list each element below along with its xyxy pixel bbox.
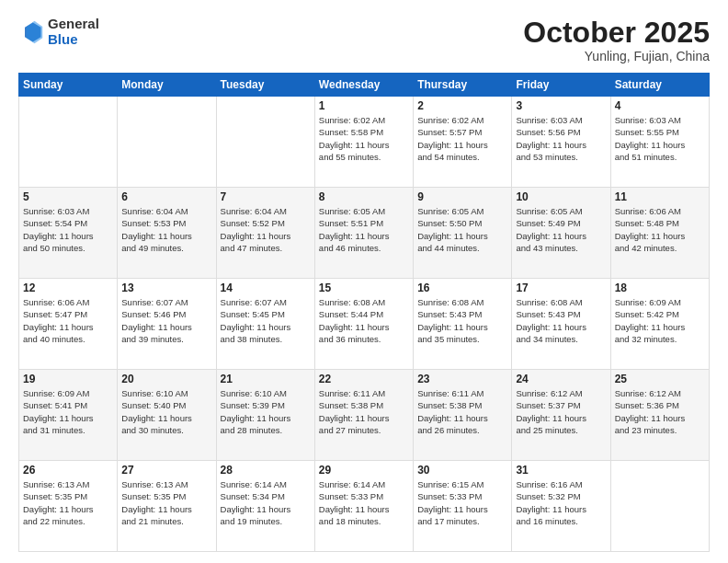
day-number: 16 (417, 282, 507, 294)
day-info: Sunrise: 6:10 AM Sunset: 5:39 PM Dayligh… (221, 387, 311, 436)
weekday-header-friday: Friday (512, 74, 610, 97)
day-number: 6 (121, 190, 211, 203)
day-number: 24 (516, 373, 606, 385)
day-cell: 5Sunrise: 6:03 AM Sunset: 5:54 PM Daylig… (19, 188, 118, 279)
day-number: 30 (417, 464, 507, 477)
day-info: Sunrise: 6:09 AM Sunset: 5:41 PM Dayligh… (23, 387, 113, 436)
day-info: Sunrise: 6:08 AM Sunset: 5:43 PM Dayligh… (516, 296, 606, 345)
logo-blue-text: Blue (48, 31, 78, 47)
day-number: 14 (221, 282, 311, 294)
day-cell: 11Sunrise: 6:06 AM Sunset: 5:48 PM Dayli… (610, 188, 709, 279)
weekday-header-tuesday: Tuesday (216, 74, 314, 97)
day-info: Sunrise: 6:04 AM Sunset: 5:53 PM Dayligh… (121, 205, 211, 254)
day-cell: 20Sunrise: 6:10 AM Sunset: 5:40 PM Dayli… (118, 370, 216, 461)
day-info: Sunrise: 6:11 AM Sunset: 5:38 PM Dayligh… (417, 387, 507, 436)
day-cell: 31Sunrise: 6:16 AM Sunset: 5:32 PM Dayli… (512, 461, 610, 552)
day-cell: 30Sunrise: 6:15 AM Sunset: 5:33 PM Dayli… (414, 461, 512, 552)
day-info: Sunrise: 6:08 AM Sunset: 5:44 PM Dayligh… (319, 296, 409, 345)
day-number: 21 (221, 373, 311, 385)
day-info: Sunrise: 6:03 AM Sunset: 5:54 PM Dayligh… (23, 205, 113, 254)
day-info: Sunrise: 6:09 AM Sunset: 5:42 PM Dayligh… (615, 296, 705, 345)
day-info: Sunrise: 6:05 AM Sunset: 5:51 PM Dayligh… (319, 205, 409, 254)
day-number: 31 (516, 464, 606, 477)
day-cell (216, 97, 314, 188)
day-cell: 7Sunrise: 6:04 AM Sunset: 5:52 PM Daylig… (216, 188, 314, 279)
day-cell: 9Sunrise: 6:05 AM Sunset: 5:50 PM Daylig… (414, 188, 512, 279)
day-cell: 8Sunrise: 6:05 AM Sunset: 5:51 PM Daylig… (314, 188, 413, 279)
day-number: 9 (417, 190, 507, 203)
week-row-2: 12Sunrise: 6:06 AM Sunset: 5:47 PM Dayli… (19, 279, 710, 370)
day-info: Sunrise: 6:02 AM Sunset: 5:57 PM Dayligh… (417, 114, 507, 163)
day-cell (19, 97, 118, 188)
day-info: Sunrise: 6:06 AM Sunset: 5:48 PM Dayligh… (615, 205, 705, 254)
day-info: Sunrise: 6:13 AM Sunset: 5:35 PM Dayligh… (121, 478, 211, 527)
day-cell: 19Sunrise: 6:09 AM Sunset: 5:41 PM Dayli… (19, 370, 118, 461)
day-number: 28 (221, 464, 311, 477)
week-row-1: 5Sunrise: 6:03 AM Sunset: 5:54 PM Daylig… (19, 188, 710, 279)
day-number: 8 (319, 190, 409, 203)
day-number: 2 (417, 99, 507, 112)
day-info: Sunrise: 6:11 AM Sunset: 5:38 PM Dayligh… (319, 387, 409, 436)
weekday-header-monday: Monday (118, 74, 216, 97)
day-info: Sunrise: 6:07 AM Sunset: 5:45 PM Dayligh… (221, 296, 311, 345)
day-info: Sunrise: 6:14 AM Sunset: 5:33 PM Dayligh… (319, 478, 409, 527)
day-cell: 21Sunrise: 6:10 AM Sunset: 5:39 PM Dayli… (216, 370, 314, 461)
day-cell: 29Sunrise: 6:14 AM Sunset: 5:33 PM Dayli… (314, 461, 413, 552)
day-number: 4 (615, 99, 705, 112)
day-number: 17 (516, 282, 606, 294)
day-cell (118, 97, 216, 188)
weekday-header-sunday: Sunday (19, 74, 118, 97)
day-number: 29 (319, 464, 409, 477)
day-cell: 10Sunrise: 6:05 AM Sunset: 5:49 PM Dayli… (512, 188, 610, 279)
day-info: Sunrise: 6:10 AM Sunset: 5:40 PM Dayligh… (121, 387, 211, 436)
page: General Blue October 2025 Yunling, Fujia… (0, 0, 728, 563)
day-cell: 28Sunrise: 6:14 AM Sunset: 5:34 PM Dayli… (216, 461, 314, 552)
day-info: Sunrise: 6:02 AM Sunset: 5:58 PM Dayligh… (319, 114, 409, 163)
day-number: 10 (516, 190, 606, 203)
weekday-header-wednesday: Wednesday (314, 74, 413, 97)
calendar: SundayMondayTuesdayWednesdayThursdayFrid… (18, 73, 710, 552)
day-number: 12 (23, 282, 113, 294)
logo: General Blue (18, 17, 99, 47)
week-row-4: 26Sunrise: 6:13 AM Sunset: 5:35 PM Dayli… (19, 461, 710, 552)
day-info: Sunrise: 6:03 AM Sunset: 5:56 PM Dayligh… (516, 114, 606, 163)
day-number: 23 (417, 373, 507, 385)
week-row-3: 19Sunrise: 6:09 AM Sunset: 5:41 PM Dayli… (19, 370, 710, 461)
svg-marker-1 (27, 20, 43, 43)
day-cell: 23Sunrise: 6:11 AM Sunset: 5:38 PM Dayli… (414, 370, 512, 461)
day-cell: 27Sunrise: 6:13 AM Sunset: 5:35 PM Dayli… (118, 461, 216, 552)
logo-general-text: General (48, 16, 99, 31)
day-number: 13 (121, 282, 211, 294)
day-info: Sunrise: 6:06 AM Sunset: 5:47 PM Dayligh… (23, 296, 113, 345)
day-number: 11 (615, 190, 705, 203)
day-info: Sunrise: 6:14 AM Sunset: 5:34 PM Dayligh… (221, 478, 311, 527)
day-cell: 24Sunrise: 6:12 AM Sunset: 5:37 PM Dayli… (512, 370, 610, 461)
location: Yunling, Fujian, China (523, 49, 710, 63)
day-cell: 17Sunrise: 6:08 AM Sunset: 5:43 PM Dayli… (512, 279, 610, 370)
day-info: Sunrise: 6:03 AM Sunset: 5:55 PM Dayligh… (615, 114, 705, 163)
day-cell (610, 461, 709, 552)
day-cell: 18Sunrise: 6:09 AM Sunset: 5:42 PM Dayli… (610, 279, 709, 370)
weekday-header-row: SundayMondayTuesdayWednesdayThursdayFrid… (19, 74, 710, 97)
day-cell: 2Sunrise: 6:02 AM Sunset: 5:57 PM Daylig… (414, 97, 512, 188)
weekday-header-saturday: Saturday (610, 74, 709, 97)
day-info: Sunrise: 6:16 AM Sunset: 5:32 PM Dayligh… (516, 478, 606, 527)
day-info: Sunrise: 6:15 AM Sunset: 5:33 PM Dayligh… (417, 478, 507, 527)
day-info: Sunrise: 6:12 AM Sunset: 5:37 PM Dayligh… (516, 387, 606, 436)
month-title: October 2025 (523, 17, 710, 49)
day-info: Sunrise: 6:05 AM Sunset: 5:50 PM Dayligh… (417, 205, 507, 254)
day-number: 15 (319, 282, 409, 294)
day-cell: 1Sunrise: 6:02 AM Sunset: 5:58 PM Daylig… (314, 97, 413, 188)
day-cell: 13Sunrise: 6:07 AM Sunset: 5:46 PM Dayli… (118, 279, 216, 370)
day-number: 20 (121, 373, 211, 385)
day-cell: 26Sunrise: 6:13 AM Sunset: 5:35 PM Dayli… (19, 461, 118, 552)
day-number: 26 (23, 464, 113, 477)
day-number: 18 (615, 282, 705, 294)
day-info: Sunrise: 6:12 AM Sunset: 5:36 PM Dayligh… (615, 387, 705, 436)
day-cell: 14Sunrise: 6:07 AM Sunset: 5:45 PM Dayli… (216, 279, 314, 370)
logo-icon (18, 19, 44, 45)
day-info: Sunrise: 6:04 AM Sunset: 5:52 PM Dayligh… (221, 205, 311, 254)
day-cell: 12Sunrise: 6:06 AM Sunset: 5:47 PM Dayli… (19, 279, 118, 370)
day-number: 27 (121, 464, 211, 477)
day-info: Sunrise: 6:05 AM Sunset: 5:49 PM Dayligh… (516, 205, 606, 254)
